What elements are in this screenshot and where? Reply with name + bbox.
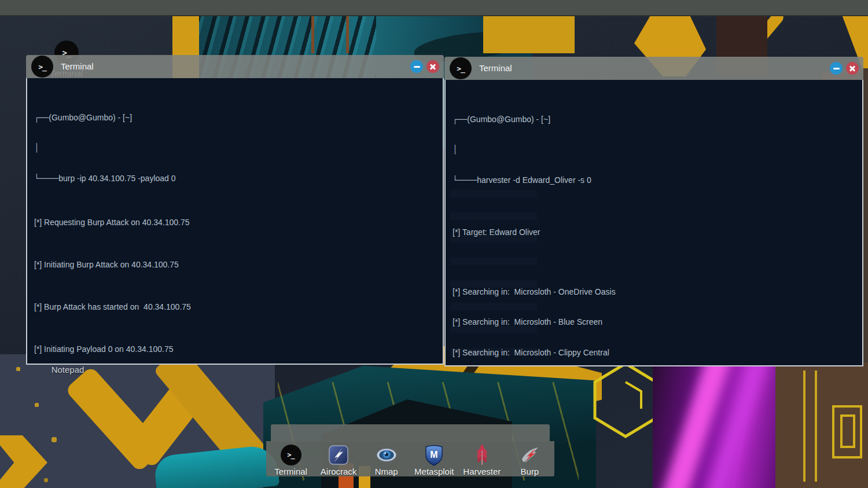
dock-item-nmap[interactable]: Nmap <box>363 441 410 476</box>
bg-shape <box>815 370 817 482</box>
tree-glyph: │ <box>453 144 854 155</box>
dock-item-harvester[interactable]: Harvester <box>459 441 505 476</box>
tree-glyph: │ <box>34 142 435 153</box>
search-result-line: [*] Searching in: Microsloth - Blue Scre… <box>453 316 854 328</box>
prompt-text: (Gumbo@Gumbo) - [~] <box>49 113 132 122</box>
target-line: [*] Target: Edward Oliver <box>453 228 854 237</box>
desktop-icon-label: Notepad <box>52 365 84 375</box>
bg-shape <box>483 16 575 53</box>
window-title: Terminal <box>479 57 512 80</box>
dock-item-label: Terminal <box>274 467 307 476</box>
terminal-icon: >_ <box>31 56 53 78</box>
tree-glyph: ┌── <box>34 113 49 122</box>
tree-glyph: ┌── <box>453 115 467 124</box>
titlebar[interactable]: >_ Terminal <box>26 55 444 78</box>
top-system-bar <box>0 0 868 16</box>
command-line: └────burp -ip 40.34.100.75 -payload 0 <box>34 172 435 185</box>
dock-item-label: Burp <box>521 467 539 476</box>
prompt-text: (Gumbo@Gumbo) - [~] <box>467 115 550 124</box>
dock-item-label: Airocrack <box>321 467 357 476</box>
command-text: burp -ip 40.34.100.75 -payload 0 <box>58 174 175 183</box>
bg-shape <box>653 362 777 488</box>
nmap-icon <box>376 444 398 466</box>
terminal-icon: >_ <box>450 57 472 79</box>
dock-item-label: Nmap <box>375 467 398 476</box>
minimize-button[interactable] <box>410 60 423 73</box>
bg-shape <box>803 370 806 482</box>
terminal-output-line: [*] Initiating Payload 0 on 40.34.100.75 <box>34 345 435 354</box>
close-button[interactable] <box>846 62 859 75</box>
bg-shape <box>311 16 314 53</box>
prompt-line: ┌──(Gumbo@Gumbo) - [~] <box>34 112 435 123</box>
terminal-output-area: ┌──(Gumbo@Gumbo) - [~] │ └────harvester … <box>446 80 862 365</box>
tree-glyph: └──── <box>34 174 58 183</box>
dock-item-label: Metasploit <box>414 467 454 476</box>
search-result-line: [*] Searching in: Microsloth - OneDrive … <box>453 286 854 298</box>
bg-shape <box>346 16 349 53</box>
terminal-body[interactable]: ┌──(Gumbo@Gumbo) - [~] │ └────burp -ip 4… <box>26 78 444 365</box>
command-text: harvester -d Edward_Oliver -s 0 <box>477 175 591 185</box>
dock-item-metasploit[interactable]: M Metasploit <box>411 441 457 476</box>
dock: >_ Terminal Airocrack Nmap <box>266 441 554 476</box>
command-line: └────harvester -d Edward_Oliver -s 0 <box>453 174 854 186</box>
bg-shape <box>16 367 20 371</box>
terminal-output-line: [*] Initiating Burp Attack on 40.34.100.… <box>34 260 435 269</box>
close-button[interactable] <box>426 60 439 73</box>
bg-shape <box>840 414 855 448</box>
terminal-output-line: [*] Requesting Burp Attack on 40.34.100.… <box>34 218 435 227</box>
prompt-line: ┌──(Gumbo@Gumbo) - [~] <box>453 113 854 125</box>
dock-tab <box>271 424 550 442</box>
harvester-icon <box>471 444 493 466</box>
airocrack-icon <box>328 444 350 466</box>
svg-text:M: M <box>431 450 438 460</box>
terminal-body[interactable]: ┌──(Gumbo@Gumbo) - [~] │ └────harvester … <box>444 80 863 366</box>
terminal-output-line: [*] Burp Attack has started on 40.34.100… <box>34 303 435 311</box>
search-results: [*] Searching in: Microsloth - OneDrive … <box>453 267 854 365</box>
titlebar[interactable]: >_ Terminal <box>444 57 863 80</box>
search-result-line: [*] Searching in: Microsloth - Clippy Ce… <box>453 347 854 358</box>
terminal-output-area: ┌──(Gumbo@Gumbo) - [~] │ └────burp -ip 4… <box>27 78 443 364</box>
bg-shape <box>591 361 660 439</box>
terminal-window-right: >_ Terminal ┌──(Gumbo@Gumbo) - [~] │ └──… <box>444 57 863 366</box>
metasploit-icon: M <box>423 444 445 466</box>
tree-glyph: └──── <box>453 175 477 185</box>
burp-icon <box>518 444 540 466</box>
minimize-button[interactable] <box>830 62 843 75</box>
terminal-window-left: >_ Terminal ┌──(Gumbo@Gumbo) - [~] │ └──… <box>26 55 444 365</box>
dock-item-label: Harvester <box>463 467 501 476</box>
dock-item-burp[interactable]: Burp <box>506 441 553 476</box>
dock-item-terminal[interactable]: >_ Terminal <box>268 441 314 476</box>
terminal-icon: >_ <box>281 445 301 465</box>
dock-item-airocrack[interactable]: Airocrack <box>315 441 362 476</box>
window-title: Terminal <box>61 55 94 78</box>
